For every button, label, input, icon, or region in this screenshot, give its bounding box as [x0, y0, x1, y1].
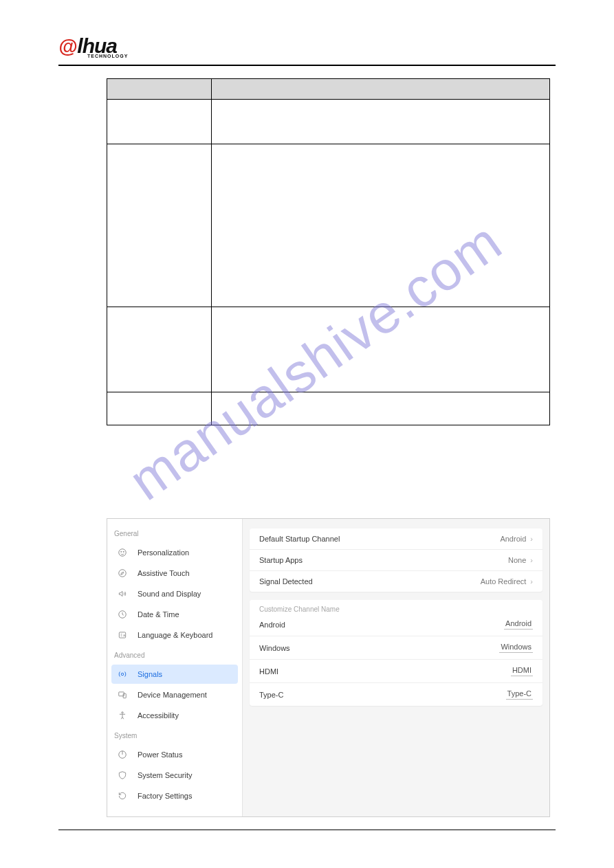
sidebar-item-language-keyboard[interactable]: A Language & Keyboard	[111, 625, 238, 645]
svg-point-1	[121, 551, 122, 552]
channel-name-group: Customize Channel Name Android Android W…	[250, 600, 542, 706]
row-default-startup-channel[interactable]: Default Startup Channel Android ›	[250, 528, 542, 550]
parameter-table	[107, 78, 550, 425]
row-label: Default Startup Channel	[259, 535, 340, 543]
row-label: Windows	[259, 644, 290, 652]
channel-name-input[interactable]: Type-C	[506, 689, 533, 700]
sidebar-item-label: Sound and Display	[138, 590, 201, 598]
row-value: Auto Redirect	[481, 577, 527, 586]
row-channel-type-c[interactable]: Type-C Type-C	[250, 683, 542, 706]
row-label: Signal Detected	[259, 577, 313, 586]
device-icon	[117, 689, 128, 700]
row-label: HDMI	[259, 667, 278, 676]
row-channel-android[interactable]: Android Android	[250, 613, 542, 636]
compass-icon	[117, 568, 128, 579]
sidebar-item-label: Device Management	[138, 691, 207, 699]
sidebar-section-general: General	[107, 524, 242, 542]
sidebar-section-advanced: Advanced	[107, 646, 242, 663]
sidebar-item-label: Language & Keyboard	[138, 631, 212, 639]
sidebar-item-accessibility[interactable]: Accessibility	[111, 706, 238, 725]
sound-icon	[117, 588, 128, 599]
row-signal-detected[interactable]: Signal Detected Auto Redirect ›	[250, 571, 542, 592]
sidebar-item-label: Factory Settings	[138, 792, 192, 800]
row-startup-apps[interactable]: Startup Apps None ›	[250, 550, 542, 571]
sidebar-item-label: Power Status	[138, 750, 182, 759]
sidebar-item-label: Accessibility	[138, 711, 179, 720]
sidebar-item-factory-settings[interactable]: Factory Settings	[111, 786, 238, 805]
svg-text:A: A	[123, 634, 125, 637]
group-caption: Customize Channel Name	[250, 600, 542, 613]
channel-name-input[interactable]: HDMI	[511, 666, 533, 676]
svg-point-2	[123, 551, 124, 552]
sidebar-item-sound-display[interactable]: Sound and Display	[111, 584, 238, 603]
table-row	[107, 100, 550, 144]
footer-rule	[58, 830, 556, 830]
row-label: Startup Apps	[259, 556, 303, 564]
row-label: Type-C	[259, 691, 283, 699]
sidebar-item-power-status[interactable]: Power Status	[111, 745, 238, 764]
sidebar: General Personalization Assistive Touch …	[107, 519, 243, 816]
sidebar-item-signals[interactable]: Signals	[111, 665, 238, 684]
sidebar-section-system: System	[107, 726, 242, 744]
svg-point-0	[119, 549, 127, 557]
smiley-icon	[117, 547, 128, 558]
channel-name-input[interactable]: Windows	[499, 643, 533, 653]
sidebar-item-date-time[interactable]: Date & Time	[111, 605, 238, 624]
startup-group: Default Startup Channel Android › Startu…	[250, 528, 542, 592]
svg-point-3	[119, 570, 127, 577]
settings-panel: Default Startup Channel Android › Startu…	[243, 519, 549, 816]
brand-logo: @lhua TECHNOLOGY	[58, 34, 556, 60]
sidebar-item-personalization[interactable]: Personalization	[111, 543, 238, 562]
sidebar-item-label: Assistive Touch	[138, 569, 190, 577]
sidebar-item-system-security[interactable]: System Security	[111, 766, 238, 785]
svg-point-10	[122, 712, 123, 713]
sidebar-item-label: System Security	[138, 771, 192, 779]
signal-icon	[117, 669, 128, 680]
table-row	[107, 307, 550, 392]
logo-at: @	[58, 36, 77, 57]
table-row	[107, 392, 550, 425]
sidebar-item-device-management[interactable]: Device Management	[111, 685, 238, 704]
clock-icon	[117, 609, 128, 620]
sidebar-item-assistive-touch[interactable]: Assistive Touch	[111, 564, 238, 583]
sidebar-item-label: Signals	[138, 670, 162, 678]
logo-tech: TECHNOLOGY	[87, 54, 128, 58]
settings-window: General Personalization Assistive Touch …	[107, 518, 550, 817]
row-channel-windows[interactable]: Windows Windows	[250, 636, 542, 660]
chevron-right-icon: ›	[530, 556, 533, 564]
sidebar-item-label: Personalization	[138, 548, 189, 557]
channel-name-input[interactable]: Android	[504, 619, 533, 630]
row-value: None	[508, 556, 526, 564]
row-value: Android	[500, 535, 526, 543]
sidebar-item-label: Date & Time	[138, 610, 179, 619]
table-header-row	[107, 79, 550, 100]
chevron-right-icon: ›	[530, 535, 533, 543]
power-icon	[117, 749, 128, 760]
header-rule	[58, 65, 556, 66]
svg-point-7	[121, 673, 124, 676]
language-icon: A	[117, 630, 128, 641]
reset-icon	[117, 790, 128, 801]
table-row	[107, 144, 550, 307]
accessibility-icon	[117, 710, 128, 721]
row-label: Android	[259, 621, 285, 629]
col-parameter	[107, 79, 212, 100]
shield-icon	[117, 770, 128, 781]
chevron-right-icon: ›	[530, 577, 533, 586]
row-channel-hdmi[interactable]: HDMI HDMI	[250, 660, 542, 683]
col-description	[212, 79, 550, 100]
